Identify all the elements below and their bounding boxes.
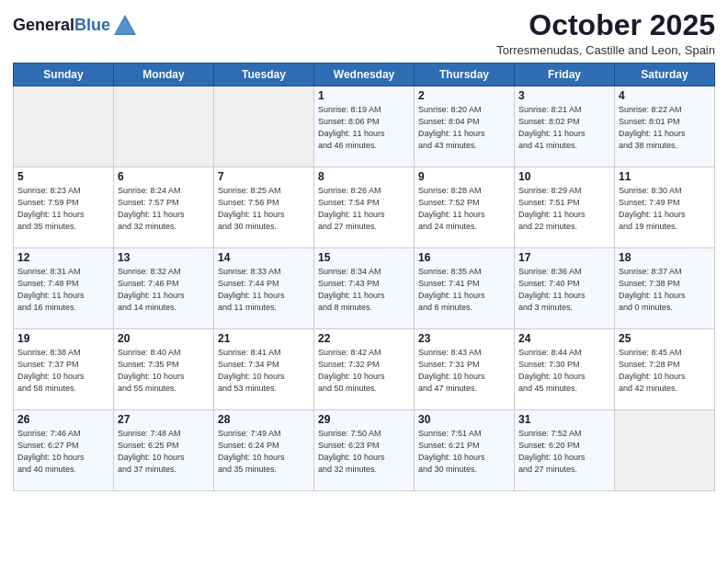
calendar-cell: 3Sunrise: 8:21 AM Sunset: 8:02 PM Daylig… <box>515 86 615 167</box>
svg-marker-1 <box>116 18 134 33</box>
day-info: Sunrise: 7:49 AM Sunset: 6:24 PM Dayligh… <box>218 428 310 476</box>
day-number: 29 <box>318 413 410 426</box>
calendar-cell: 17Sunrise: 8:36 AM Sunset: 7:40 PM Dayli… <box>515 248 615 329</box>
day-number: 30 <box>418 413 510 426</box>
day-number: 15 <box>318 251 410 264</box>
calendar-cell: 30Sunrise: 7:51 AM Sunset: 6:21 PM Dayli… <box>415 410 515 491</box>
calendar-cell: 4Sunrise: 8:22 AM Sunset: 8:01 PM Daylig… <box>615 86 715 167</box>
day-number: 26 <box>17 413 109 426</box>
day-info: Sunrise: 7:46 AM Sunset: 6:27 PM Dayligh… <box>17 428 109 476</box>
day-info: Sunrise: 8:32 AM Sunset: 7:46 PM Dayligh… <box>118 266 210 314</box>
day-number: 23 <box>418 332 510 345</box>
logo: GeneralBlue <box>13 13 138 39</box>
calendar-cell: 27Sunrise: 7:48 AM Sunset: 6:25 PM Dayli… <box>114 410 214 491</box>
calendar-cell: 6Sunrise: 8:24 AM Sunset: 7:57 PM Daylig… <box>114 167 214 248</box>
day-number: 5 <box>17 170 109 183</box>
calendar-week-0: 1Sunrise: 8:19 AM Sunset: 8:06 PM Daylig… <box>14 86 715 167</box>
day-info: Sunrise: 7:52 AM Sunset: 6:20 PM Dayligh… <box>518 428 610 476</box>
day-info: Sunrise: 8:30 AM Sunset: 7:49 PM Dayligh… <box>619 185 711 233</box>
calendar-cell: 15Sunrise: 8:34 AM Sunset: 7:43 PM Dayli… <box>314 248 415 329</box>
day-info: Sunrise: 8:26 AM Sunset: 7:54 PM Dayligh… <box>318 185 410 233</box>
day-number: 4 <box>619 89 711 102</box>
day-info: Sunrise: 8:28 AM Sunset: 7:52 PM Dayligh… <box>418 185 510 233</box>
header: GeneralBlue October 2025 Torresmenudas, … <box>13 9 715 57</box>
page: GeneralBlue October 2025 Torresmenudas, … <box>0 0 728 563</box>
day-info: Sunrise: 7:51 AM Sunset: 6:21 PM Dayligh… <box>418 428 510 476</box>
calendar-week-3: 19Sunrise: 8:38 AM Sunset: 7:37 PM Dayli… <box>14 329 715 410</box>
calendar-cell: 31Sunrise: 7:52 AM Sunset: 6:20 PM Dayli… <box>515 410 615 491</box>
day-number: 21 <box>218 332 310 345</box>
calendar-cell: 12Sunrise: 8:31 AM Sunset: 7:48 PM Dayli… <box>14 248 114 329</box>
day-number: 7 <box>218 170 310 183</box>
day-number: 11 <box>619 170 711 183</box>
calendar-cell: 1Sunrise: 8:19 AM Sunset: 8:06 PM Daylig… <box>314 86 415 167</box>
day-number: 16 <box>418 251 510 264</box>
day-info: Sunrise: 8:20 AM Sunset: 8:04 PM Dayligh… <box>418 104 510 152</box>
day-number: 18 <box>619 251 711 264</box>
calendar-header-row: Sunday Monday Tuesday Wednesday Thursday… <box>14 63 715 86</box>
month-title: October 2025 <box>496 9 715 41</box>
day-number: 1 <box>318 89 410 102</box>
calendar-cell: 14Sunrise: 8:33 AM Sunset: 7:44 PM Dayli… <box>214 248 314 329</box>
calendar-cell: 8Sunrise: 8:26 AM Sunset: 7:54 PM Daylig… <box>314 167 415 248</box>
col-wednesday: Wednesday <box>314 63 415 86</box>
calendar-cell: 16Sunrise: 8:35 AM Sunset: 7:41 PM Dayli… <box>415 248 515 329</box>
day-number: 28 <box>218 413 310 426</box>
day-info: Sunrise: 8:22 AM Sunset: 8:01 PM Dayligh… <box>619 104 711 152</box>
calendar-cell: 10Sunrise: 8:29 AM Sunset: 7:51 PM Dayli… <box>515 167 615 248</box>
day-info: Sunrise: 8:24 AM Sunset: 7:57 PM Dayligh… <box>118 185 210 233</box>
day-number: 2 <box>418 89 510 102</box>
day-number: 19 <box>17 332 109 345</box>
calendar-cell: 7Sunrise: 8:25 AM Sunset: 7:56 PM Daylig… <box>214 167 314 248</box>
col-saturday: Saturday <box>615 63 715 86</box>
day-info: Sunrise: 8:45 AM Sunset: 7:28 PM Dayligh… <box>619 347 711 395</box>
subtitle: Torresmenudas, Castille and Leon, Spain <box>496 43 715 57</box>
logo-icon <box>112 13 138 39</box>
calendar-cell: 20Sunrise: 8:40 AM Sunset: 7:35 PM Dayli… <box>114 329 214 410</box>
calendar-cell: 28Sunrise: 7:49 AM Sunset: 6:24 PM Dayli… <box>214 410 314 491</box>
calendar-cell <box>14 86 114 167</box>
calendar-cell: 24Sunrise: 8:44 AM Sunset: 7:30 PM Dayli… <box>515 329 615 410</box>
day-info: Sunrise: 8:33 AM Sunset: 7:44 PM Dayligh… <box>218 266 310 314</box>
day-info: Sunrise: 8:37 AM Sunset: 7:38 PM Dayligh… <box>619 266 711 314</box>
day-number: 20 <box>118 332 210 345</box>
day-number: 17 <box>518 251 610 264</box>
day-info: Sunrise: 8:35 AM Sunset: 7:41 PM Dayligh… <box>418 266 510 314</box>
calendar-cell: 5Sunrise: 8:23 AM Sunset: 7:59 PM Daylig… <box>14 167 114 248</box>
day-number: 27 <box>118 413 210 426</box>
calendar-cell: 21Sunrise: 8:41 AM Sunset: 7:34 PM Dayli… <box>214 329 314 410</box>
day-number: 25 <box>619 332 711 345</box>
day-number: 3 <box>518 89 610 102</box>
day-number: 8 <box>318 170 410 183</box>
logo-text: GeneralBlue <box>13 17 110 35</box>
day-info: Sunrise: 8:19 AM Sunset: 8:06 PM Dayligh… <box>318 104 410 152</box>
day-info: Sunrise: 8:25 AM Sunset: 7:56 PM Dayligh… <box>218 185 310 233</box>
col-sunday: Sunday <box>14 63 114 86</box>
calendar-cell: 26Sunrise: 7:46 AM Sunset: 6:27 PM Dayli… <box>14 410 114 491</box>
calendar-cell: 2Sunrise: 8:20 AM Sunset: 8:04 PM Daylig… <box>415 86 515 167</box>
calendar-cell: 9Sunrise: 8:28 AM Sunset: 7:52 PM Daylig… <box>415 167 515 248</box>
day-info: Sunrise: 8:43 AM Sunset: 7:31 PM Dayligh… <box>418 347 510 395</box>
col-friday: Friday <box>515 63 615 86</box>
calendar-table: Sunday Monday Tuesday Wednesday Thursday… <box>13 63 715 491</box>
calendar-cell: 22Sunrise: 8:42 AM Sunset: 7:32 PM Dayli… <box>314 329 415 410</box>
day-info: Sunrise: 8:42 AM Sunset: 7:32 PM Dayligh… <box>318 347 410 395</box>
day-number: 13 <box>118 251 210 264</box>
day-info: Sunrise: 8:40 AM Sunset: 7:35 PM Dayligh… <box>118 347 210 395</box>
day-info: Sunrise: 8:36 AM Sunset: 7:40 PM Dayligh… <box>518 266 610 314</box>
day-info: Sunrise: 8:41 AM Sunset: 7:34 PM Dayligh… <box>218 347 310 395</box>
col-tuesday: Tuesday <box>214 63 314 86</box>
day-number: 12 <box>17 251 109 264</box>
calendar-cell: 23Sunrise: 8:43 AM Sunset: 7:31 PM Dayli… <box>415 329 515 410</box>
day-info: Sunrise: 8:23 AM Sunset: 7:59 PM Dayligh… <box>17 185 109 233</box>
day-number: 24 <box>518 332 610 345</box>
calendar-cell <box>615 410 715 491</box>
day-info: Sunrise: 7:48 AM Sunset: 6:25 PM Dayligh… <box>118 428 210 476</box>
calendar-cell: 29Sunrise: 7:50 AM Sunset: 6:23 PM Dayli… <box>314 410 415 491</box>
day-number: 14 <box>218 251 310 264</box>
day-number: 31 <box>518 413 610 426</box>
calendar-cell: 11Sunrise: 8:30 AM Sunset: 7:49 PM Dayli… <box>615 167 715 248</box>
day-number: 9 <box>418 170 510 183</box>
day-info: Sunrise: 8:34 AM Sunset: 7:43 PM Dayligh… <box>318 266 410 314</box>
day-number: 10 <box>518 170 610 183</box>
